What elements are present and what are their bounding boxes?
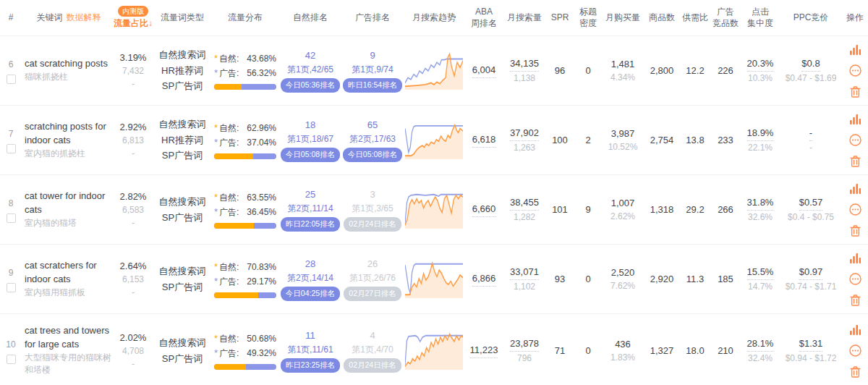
ad-rank-value[interactable]: 4: [370, 329, 375, 343]
header-ppc-bid: PPC竞价: [780, 12, 842, 24]
more-ellipsis-icon[interactable]: [849, 273, 861, 285]
search-volume-value[interactable]: 34,135: [510, 56, 539, 72]
ppc-bid-value[interactable]: $0.8: [801, 56, 820, 72]
keyword-text[interactable]: cat scratching posts: [25, 57, 108, 71]
aba-rank-value[interactable]: 6,004: [472, 63, 496, 79]
row-checkbox[interactable]: [7, 144, 16, 153]
keyword-text[interactable]: cat scratchers for indoor cats: [25, 259, 113, 287]
title-density-cell: 0: [574, 64, 602, 78]
aba-rank-value[interactable]: 6,660: [472, 202, 496, 218]
product-count-value: 2,920: [650, 272, 674, 287]
ppc-bid-value[interactable]: $0.57: [799, 195, 823, 211]
distribution-bar: [214, 364, 276, 370]
row-checkbox[interactable]: [7, 213, 16, 223]
organic-rank-page[interactable]: 第2页,14/14: [287, 271, 333, 284]
natural-label: 自然:: [219, 191, 239, 205]
organic-rank-value[interactable]: 18: [305, 118, 315, 132]
ppc-bid-value[interactable]: $1.31: [799, 337, 823, 352]
organic-rank-page[interactable]: 第2页,11/14: [287, 202, 333, 215]
header-ad-rank: 广告排名: [341, 12, 404, 24]
organic-rank-value[interactable]: 42: [305, 48, 315, 63]
row-checkbox[interactable]: [7, 75, 16, 84]
traffic-sort-label[interactable]: 流量占比↓: [114, 18, 153, 30]
natural-label: 自然:: [219, 332, 239, 346]
more-ellipsis-icon[interactable]: [849, 134, 861, 146]
search-volume-value[interactable]: 38,455: [510, 195, 539, 211]
ad-rank-value[interactable]: 9: [370, 48, 375, 63]
organic-rank-value[interactable]: 28: [305, 257, 315, 271]
traffic-share-sub: 6,153: [122, 273, 144, 286]
ad-rank-value[interactable]: 3: [370, 187, 375, 202]
ad-label: 广告:: [219, 67, 239, 80]
row-checkbox[interactable]: [7, 355, 16, 364]
ad-competitors-cell: 226: [710, 64, 741, 78]
ad-rank-value[interactable]: 65: [367, 118, 378, 132]
click-concentration-value[interactable]: 20.3%: [747, 56, 774, 72]
header-traffic-share[interactable]: 内测版 流量占比↓: [113, 6, 153, 30]
ad-label: 广告:: [219, 275, 239, 289]
trash-icon[interactable]: [850, 225, 861, 237]
header-click-concentration: 点击 集中度: [741, 7, 780, 29]
organic-rank-value[interactable]: 25: [305, 187, 315, 202]
title-density-cell: 9: [574, 203, 602, 217]
keyword-cell: cat scratching posts 猫咪抓挠柱: [22, 57, 113, 83]
search-volume-value[interactable]: 23,878: [510, 337, 539, 352]
more-ellipsis-icon[interactable]: [849, 64, 861, 77]
word-type: SP广告词: [162, 279, 203, 295]
organic-rank-page[interactable]: 第1页,42/65: [287, 63, 333, 76]
keyword-translation: 室内猫用猫抓板: [25, 287, 85, 299]
ad-rank-page[interactable]: 第1页,4/70: [352, 343, 393, 356]
click-concentration-value[interactable]: 31.8%: [747, 195, 774, 211]
more-ellipsis-icon[interactable]: [849, 203, 861, 216]
ad-rank-time-badge: 02月24日排名: [344, 217, 401, 232]
ad-competitors-value: 226: [718, 64, 733, 78]
header-title-density: 标题 密度: [574, 7, 602, 29]
row-checkbox[interactable]: [7, 283, 16, 292]
ad-rank-page[interactable]: 第1页,26/76: [349, 271, 396, 284]
natural-marker: *: [214, 190, 218, 205]
trash-icon[interactable]: [850, 295, 861, 306]
ad-rank-page[interactable]: 第2页,17/63: [349, 132, 396, 145]
aba-rank-value[interactable]: 6,866: [472, 271, 496, 287]
trash-icon[interactable]: [850, 156, 861, 167]
ppc-bid-value[interactable]: -: [809, 126, 812, 142]
ad-rank-page[interactable]: 第1页,9/74: [352, 63, 393, 76]
ppc-bid-value[interactable]: $0.97: [799, 265, 823, 281]
keyword-text[interactable]: cat trees and towers for large cats: [25, 324, 113, 352]
aba-rank-value[interactable]: 6,618: [472, 132, 496, 148]
organic-rank-page[interactable]: 第1页,11/61: [287, 343, 333, 356]
keyword-text[interactable]: scratching posts for indoor cats: [25, 120, 113, 148]
bar-chart-icon[interactable]: [849, 114, 861, 124]
search-volume-value[interactable]: 33,071: [510, 265, 539, 281]
header-product-count: 商品数: [644, 12, 680, 24]
ad-rank-value[interactable]: 26: [367, 257, 378, 271]
organic-rank-time-badge: 昨日22:05排名: [281, 217, 340, 232]
title-density-cell: 2: [574, 133, 602, 148]
ppc-bid-range: $0.74 - $1.71: [786, 280, 837, 293]
ad-rank-page[interactable]: 第1页,3/65: [352, 202, 393, 215]
word-type: SP广告词: [162, 148, 203, 163]
distribution-bar: [214, 153, 276, 159]
trash-icon[interactable]: [850, 366, 861, 378]
product-count-value: 1,327: [650, 344, 674, 358]
distribution-ad-row: * 广告: 37.04%: [214, 135, 276, 150]
data-explain-link[interactable]: 数据解释: [67, 12, 101, 24]
keyword-text[interactable]: cat tower for indoor cats: [25, 190, 113, 217]
organic-rank-value[interactable]: 11: [305, 329, 315, 343]
trash-icon[interactable]: [850, 86, 861, 98]
bar-chart-icon[interactable]: [849, 324, 861, 335]
bar-chart-icon[interactable]: [849, 44, 861, 55]
organic-rank-page[interactable]: 第1页,18/67: [287, 132, 333, 145]
search-volume-value[interactable]: 37,902: [510, 126, 539, 142]
more-ellipsis-icon[interactable]: [849, 344, 861, 357]
click-concentration-value[interactable]: 28.1%: [747, 337, 774, 352]
ad-rank-time-badge: 02月27日排名: [344, 287, 401, 301]
distribution-bar: [214, 223, 276, 229]
click-concentration-value[interactable]: 18.9%: [747, 126, 774, 142]
ppc-bid-cell: $0.8 $0.47 - $1.69: [780, 56, 842, 85]
bar-chart-icon[interactable]: [849, 253, 861, 263]
click-concentration-value[interactable]: 15.5%: [747, 265, 774, 281]
aba-rank-value[interactable]: 11,223: [470, 343, 498, 359]
ad-rank-time-badge: 今日05:08排名: [343, 148, 402, 162]
bar-chart-icon[interactable]: [849, 183, 861, 194]
